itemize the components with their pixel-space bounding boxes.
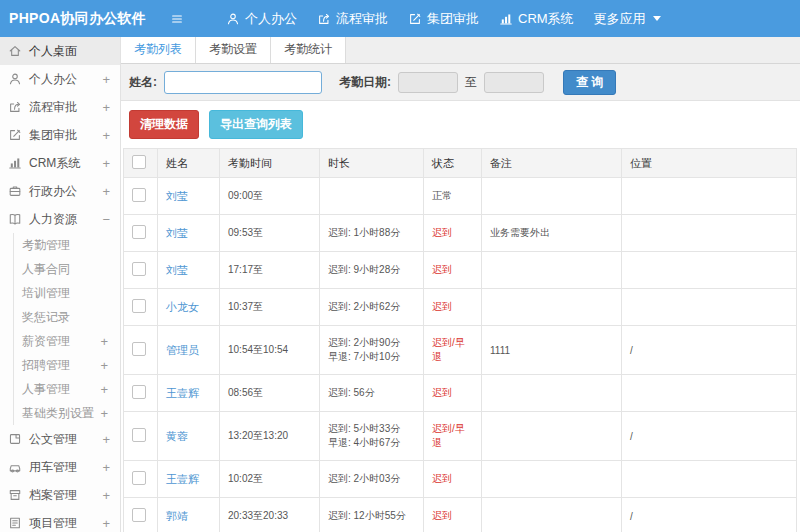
sidebar-item-人事管理[interactable]: 人事管理+ [14,377,120,401]
sidebar-item-行政办公[interactable]: 行政办公+ [0,177,120,205]
employee-name-link[interactable]: 刘莹 [166,227,188,239]
duration-line: 迟到: 2小时03分 [328,472,415,486]
expand-icon[interactable]: + [100,334,110,349]
duration-line: 早退: 4小时67分 [328,436,415,450]
duration-line: 迟到: 5小时33分 [328,422,415,436]
date-to-input[interactable] [484,72,544,93]
expand-icon[interactable]: + [102,460,110,475]
row-checkbox[interactable] [132,188,146,202]
employee-name-link[interactable]: 刘莹 [166,264,188,276]
expand-icon[interactable]: + [102,156,110,171]
expand-icon[interactable]: + [102,72,110,87]
note-cell [482,375,622,412]
nav-item-更多应用[interactable]: 更多应用 [584,10,671,28]
collapse-icon[interactable]: − [102,212,110,227]
sidebar-item-招聘管理[interactable]: 招聘管理+ [14,353,120,377]
status-badge: 迟到 [432,301,452,312]
employee-name-link[interactable]: 刘莹 [166,190,188,202]
sidebar-item-个人桌面[interactable]: 个人桌面 [0,37,120,65]
expand-icon[interactable]: + [102,100,110,115]
row-checkbox[interactable] [132,385,146,399]
row-checkbox[interactable] [132,508,146,522]
expand-icon[interactable]: + [100,406,110,421]
employee-name-link[interactable]: 小龙女 [166,301,199,313]
table-row: 小龙女10:37至迟到: 2小时62分迟到 [124,289,797,326]
tab-考勤设置[interactable]: 考勤设置 [196,37,271,63]
date-from-input[interactable] [398,72,458,93]
nav-item-个人办公[interactable]: 个人办公 [216,10,307,28]
column-header-时长: 时长 [320,149,424,178]
status-badge: 迟到 [432,473,452,484]
location-cell: / [622,498,797,532]
sidebar-item-薪资管理[interactable]: 薪资管理+ [14,329,120,353]
employee-name-link[interactable]: 王壹辉 [166,387,199,399]
sidebar-item-人力资源[interactable]: 人力资源− [0,205,120,233]
sidebar-item-label: 档案管理 [29,487,77,504]
export-list-button[interactable]: 导出查询列表 [209,110,303,139]
tab-bar: 考勤列表考勤设置考勤统计 [121,37,800,64]
action-bar: 清理数据 导出查询列表 [121,101,800,148]
nav-item-流程审批[interactable]: 流程审批 [307,10,398,28]
sidebar-item-label: 招聘管理 [22,357,70,374]
date-label: 考勤日期: [339,74,391,91]
user-icon [8,72,22,86]
attendance-time: 17:17至 [220,252,320,289]
sidebar-item-项目管理[interactable]: 项目管理+ [0,509,120,532]
tab-考勤统计[interactable]: 考勤统计 [271,37,346,63]
sidebar-item-流程审批[interactable]: 流程审批+ [0,93,120,121]
select-all-checkbox[interactable] [132,155,146,169]
sidebar-item-个人办公[interactable]: 个人办公+ [0,65,120,93]
nav-item-集团审批[interactable]: 集团审批 [398,10,489,28]
expand-icon[interactable]: + [100,358,110,373]
duration-cell: 迟到: 2小时90分早退: 7小时10分 [320,326,424,375]
employee-name-link[interactable]: 黄蓉 [166,430,188,442]
location-cell [622,375,797,412]
row-checkbox[interactable] [132,262,146,276]
location-cell [622,215,797,252]
sidebar-item-集团审批[interactable]: 集团审批+ [0,121,120,149]
status-badge: 正常 [432,190,452,201]
attendance-time: 10:37至 [220,289,320,326]
expand-icon[interactable]: + [100,382,110,397]
duration-line: 迟到: 56分 [328,386,415,400]
expand-icon[interactable]: + [102,516,110,531]
sidebar-item-基础类别设置[interactable]: 基础类别设置+ [14,401,120,425]
edit-icon [408,12,422,26]
column-header-备注: 备注 [482,149,622,178]
row-checkbox[interactable] [132,342,146,356]
employee-name-link[interactable]: 郭靖 [166,510,188,522]
expand-icon[interactable]: + [102,488,110,503]
tab-考勤列表[interactable]: 考勤列表 [121,37,196,63]
name-input[interactable] [164,71,322,94]
sidebar-item-用车管理[interactable]: 用车管理+ [0,453,120,481]
employee-name-link[interactable]: 王壹辉 [166,473,199,485]
search-button[interactable]: 查 询 [563,70,616,95]
duration-line: 迟到: 9小时28分 [328,263,415,277]
expand-icon[interactable]: + [102,184,110,199]
main-content: 考勤列表考勤设置考勤统计 姓名: 考勤日期: 至 查 询 清理数据 导出查询列表 [121,37,800,532]
sidebar-item-label: 培训管理 [22,285,70,302]
menu-toggle-icon[interactable] [170,12,184,26]
row-checkbox[interactable] [132,225,146,239]
sidebar-item-奖惩记录[interactable]: 奖惩记录 [14,305,120,329]
clean-data-button[interactable]: 清理数据 [129,110,199,139]
attendance-table-wrap: 姓名考勤时间时长状态备注位置 刘莹09:00至正常刘莹09:53至迟到: 1小时… [121,148,800,532]
employee-name-link[interactable]: 管理员 [166,344,199,356]
status-badge: 迟到 [432,510,452,521]
sidebar-item-人事合同[interactable]: 人事合同 [14,257,120,281]
row-checkbox[interactable] [132,299,146,313]
expand-icon[interactable]: + [102,432,110,447]
sidebar-item-培训管理[interactable]: 培训管理 [14,281,120,305]
nav-item-CRM系统[interactable]: CRM系统 [489,10,584,28]
sidebar-item-档案管理[interactable]: 档案管理+ [0,481,120,509]
sidebar-item-CRM系统[interactable]: CRM系统+ [0,149,120,177]
table-row: 王壹辉08:56至迟到: 56分迟到 [124,375,797,412]
row-checkbox[interactable] [132,428,146,442]
sidebar-item-公文管理[interactable]: 公文管理+ [0,425,120,453]
expand-icon[interactable]: + [102,128,110,143]
row-checkbox[interactable] [132,471,146,485]
sidebar-item-label: 用车管理 [29,459,77,476]
user-icon [226,12,240,26]
sidebar-item-考勤管理[interactable]: 考勤管理 [14,233,120,257]
archive-icon [8,488,22,502]
